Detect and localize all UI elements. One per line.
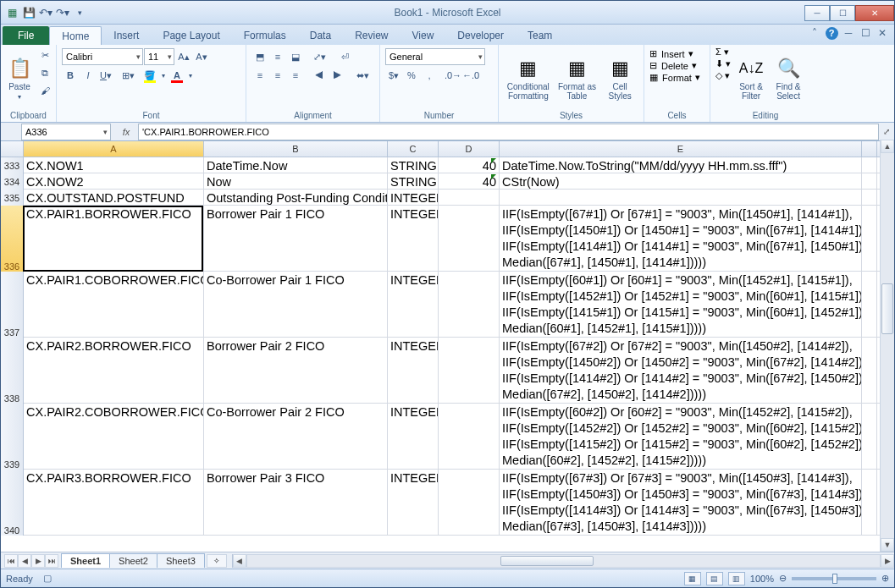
cell-styles-button[interactable]: ▦Cell Styles bbox=[601, 47, 638, 109]
tab-view[interactable]: View bbox=[401, 26, 446, 45]
formula-expand-icon[interactable]: ⤢ bbox=[879, 127, 894, 136]
cell[interactable]: CStr(Now) bbox=[500, 173, 862, 190]
font-color-dropdown[interactable]: ▾ bbox=[186, 67, 195, 84]
cell[interactable]: CX.NOW1 bbox=[24, 157, 204, 173]
cell[interactable]: INTEGER bbox=[388, 190, 439, 206]
align-middle-icon[interactable]: ≡ bbox=[269, 48, 286, 65]
row-header[interactable]: 335 bbox=[1, 190, 24, 206]
cell[interactable] bbox=[862, 157, 877, 173]
cell[interactable]: INTEGER bbox=[388, 206, 439, 272]
find-select-button[interactable]: 🔍Find & Select bbox=[771, 47, 805, 109]
tab-developer[interactable]: Developer bbox=[445, 26, 516, 45]
tab-formulas[interactable]: Formulas bbox=[232, 26, 298, 45]
cell[interactable]: CX.PAIR3.BORROWER.FICO bbox=[24, 470, 204, 536]
view-pagebreak-icon[interactable]: ▥ bbox=[728, 572, 745, 585]
doc-restore-icon[interactable]: ☐ bbox=[859, 26, 872, 40]
col-header-E[interactable]: E bbox=[500, 141, 862, 157]
vscroll-thumb[interactable] bbox=[881, 283, 893, 334]
cell[interactable]: INTEGER bbox=[388, 470, 439, 536]
cell[interactable]: DateTime.Now bbox=[204, 157, 388, 173]
tab-insert[interactable]: Insert bbox=[102, 26, 151, 45]
number-format-combo[interactable]: General bbox=[385, 48, 485, 65]
format-cells-button[interactable]: ▦ Format ▾ bbox=[649, 72, 704, 83]
wrap-text-icon[interactable]: ⏎ bbox=[334, 48, 355, 65]
align-bottom-icon[interactable]: ⬓ bbox=[287, 48, 304, 65]
copy-icon[interactable]: ⧉ bbox=[36, 64, 53, 81]
row-header[interactable]: 333 bbox=[1, 157, 24, 173]
cell[interactable]: Co-Borrower Pair 1 FICO bbox=[204, 272, 388, 338]
sheet-nav-last[interactable]: ⏭ bbox=[45, 554, 58, 568]
cell[interactable]: DateTime.Now.ToString("MM/dd/yyyy HH.mm.… bbox=[500, 157, 862, 173]
cell[interactable] bbox=[439, 190, 500, 206]
close-button[interactable]: ✕ bbox=[855, 5, 894, 21]
tab-data[interactable]: Data bbox=[298, 26, 343, 45]
percent-icon[interactable]: % bbox=[403, 67, 420, 84]
sheet-nav-next[interactable]: ▶ bbox=[31, 554, 45, 568]
minimize-button[interactable]: ─ bbox=[804, 5, 830, 21]
comma-icon[interactable]: , bbox=[421, 67, 438, 84]
zoom-out-button[interactable]: ⊖ bbox=[779, 573, 787, 584]
doc-close-icon[interactable]: ✕ bbox=[876, 26, 889, 40]
cell[interactable]: INTEGER bbox=[388, 404, 439, 470]
row-header[interactable]: 334 bbox=[1, 173, 24, 190]
row-header[interactable]: 338 bbox=[1, 338, 24, 404]
col-header-C[interactable]: C bbox=[388, 141, 439, 157]
formula-input[interactable]: 'CX.PAIR1.BORROWER.FICO bbox=[138, 124, 879, 140]
font-color-button[interactable]: A bbox=[169, 67, 185, 84]
autosum-button[interactable]: Σ ▾ bbox=[715, 47, 731, 58]
decrease-font-icon[interactable]: A▾ bbox=[193, 48, 210, 65]
insert-cells-button[interactable]: ⊞ Insert ▾ bbox=[649, 48, 704, 59]
conditional-formatting-button[interactable]: ▦Conditional Formatting bbox=[504, 47, 553, 109]
new-sheet-button[interactable]: ✧ bbox=[207, 554, 227, 568]
name-box[interactable]: A336 bbox=[21, 124, 111, 140]
decrease-decimal-icon[interactable]: ←.0 bbox=[462, 67, 479, 84]
format-as-table-button[interactable]: ▦Format as Table bbox=[556, 47, 599, 109]
sheet-tab-sheet2[interactable]: Sheet2 bbox=[109, 553, 157, 568]
cell[interactable]: Co-Borrower Pair 2 FICO bbox=[204, 404, 388, 470]
tab-home[interactable]: Home bbox=[49, 26, 102, 45]
cell[interactable]: 40 bbox=[439, 157, 500, 173]
select-all-button[interactable] bbox=[1, 141, 24, 157]
col-header-D[interactable]: D bbox=[439, 141, 500, 157]
cell[interactable]: CX.NOW2 bbox=[24, 173, 204, 190]
underline-button[interactable]: U▾ bbox=[97, 67, 114, 84]
format-painter-icon[interactable]: 🖌 bbox=[36, 82, 53, 99]
cell[interactable] bbox=[862, 470, 877, 536]
border-button[interactable]: ⊞▾ bbox=[119, 67, 136, 84]
cell[interactable] bbox=[862, 206, 877, 272]
sheet-tab-sheet1[interactable]: Sheet1 bbox=[61, 553, 110, 568]
zoom-in-button[interactable]: ⊕ bbox=[881, 573, 889, 584]
zoom-slider[interactable] bbox=[792, 577, 876, 580]
cell[interactable]: Borrower Pair 3 FICO bbox=[204, 470, 388, 536]
currency-icon[interactable]: $▾ bbox=[385, 67, 402, 84]
paste-button[interactable]: 📋 Paste▾ bbox=[6, 47, 33, 109]
redo-icon[interactable]: ↷▾ bbox=[55, 5, 70, 20]
indent-decrease-icon[interactable]: ⯇ bbox=[311, 67, 328, 84]
row-header[interactable]: 340 bbox=[1, 470, 24, 536]
sheet-nav-first[interactable]: ⏮ bbox=[4, 554, 18, 568]
cell[interactable]: IIF(IsEmpty([60#1]) Or [60#1] = "9003", … bbox=[500, 272, 862, 338]
scroll-up-button[interactable]: ▲ bbox=[881, 140, 894, 153]
cell[interactable]: INTEGER bbox=[388, 338, 439, 404]
cell[interactable]: CX.OUTSTAND.POSTFUND bbox=[24, 190, 204, 206]
ribbon-min-icon[interactable]: ˄ bbox=[808, 26, 821, 40]
sheet-tab-sheet3[interactable]: Sheet3 bbox=[157, 553, 205, 568]
help-icon[interactable]: ? bbox=[825, 26, 838, 40]
align-top-icon[interactable]: ⬒ bbox=[251, 48, 268, 65]
cell[interactable]: STRING bbox=[388, 157, 439, 173]
cell[interactable]: STRING bbox=[388, 173, 439, 190]
doc-min-icon[interactable]: ─ bbox=[842, 26, 855, 40]
maximize-button[interactable]: ☐ bbox=[830, 5, 855, 21]
delete-cells-button[interactable]: ⊟ Delete ▾ bbox=[649, 60, 704, 71]
cut-icon[interactable]: ✂ bbox=[36, 47, 53, 63]
cell[interactable]: IIF(IsEmpty([67#3]) Or [67#3] = "9003", … bbox=[500, 470, 862, 536]
cell[interactable] bbox=[439, 404, 500, 470]
cell[interactable]: CX.PAIR1.BORROWER.FICO bbox=[24, 206, 204, 272]
zoom-thumb[interactable] bbox=[832, 574, 837, 584]
fill-button[interactable]: ⬇ ▾ bbox=[715, 58, 731, 69]
scroll-left-button[interactable]: ◀ bbox=[233, 554, 246, 568]
col-header-A[interactable]: A bbox=[24, 141, 204, 157]
cell[interactable]: Now bbox=[204, 173, 388, 190]
font-name-combo[interactable]: Calibri bbox=[62, 48, 143, 65]
cell[interactable]: IIF(IsEmpty([67#1]) Or [67#1] = "9003", … bbox=[500, 206, 862, 272]
